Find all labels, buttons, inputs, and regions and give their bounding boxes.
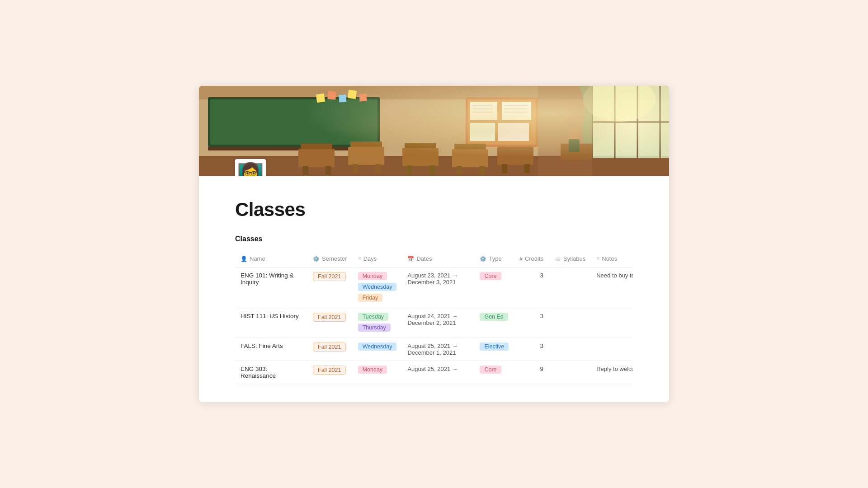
cell-syllabus <box>549 308 591 338</box>
svg-rect-51 <box>405 143 436 148</box>
svg-rect-36 <box>375 164 381 173</box>
svg-rect-46 <box>561 144 592 160</box>
cell-dates: August 25, 2021 → <box>402 361 474 384</box>
svg-rect-35 <box>353 164 358 173</box>
cell-notes: Need to buy textbook <box>591 267 633 308</box>
col-semester: ⚙️Semester <box>307 250 353 267</box>
svg-rect-14 <box>502 102 531 120</box>
svg-rect-0 <box>199 86 669 176</box>
cell-dates: August 23, 2021 →December 3, 2021 <box>402 267 474 308</box>
cell-type: Elective <box>474 338 514 361</box>
cell-syllabus <box>549 361 591 384</box>
cell-credits: 3 <box>514 338 549 361</box>
svg-rect-2 <box>199 156 669 176</box>
svg-rect-49 <box>301 144 332 149</box>
cell-credits: 3 <box>514 267 549 308</box>
svg-rect-38 <box>407 165 412 174</box>
section-title: Classes <box>235 235 633 243</box>
cell-dates: August 25, 2021 →December 1, 2021 <box>402 338 474 361</box>
cell-name: ENG 101: Writing & Inquiry <box>235 267 307 308</box>
cell-syllabus <box>549 267 591 308</box>
svg-rect-6 <box>316 94 325 103</box>
cell-notes <box>591 308 633 338</box>
svg-rect-8 <box>339 95 347 103</box>
svg-rect-15 <box>470 123 495 141</box>
cell-notes <box>591 338 633 361</box>
svg-rect-33 <box>326 166 331 175</box>
svg-rect-53 <box>538 86 592 176</box>
cover-image: 👩‍🏫 <box>199 86 669 176</box>
cell-name: HIST 111: US History <box>235 308 307 338</box>
svg-rect-43 <box>497 147 533 165</box>
svg-point-30 <box>583 86 656 122</box>
cell-days: Wednesday <box>353 338 402 361</box>
svg-rect-34 <box>348 147 384 165</box>
col-type: ⚙️Type <box>474 250 514 267</box>
svg-rect-16 <box>498 123 529 141</box>
col-notes: ≡Notes <box>591 250 633 267</box>
svg-rect-12 <box>468 99 536 145</box>
col-dates: 📅Dates <box>402 250 474 267</box>
cell-type: Gen Ed <box>474 308 514 338</box>
svg-rect-9 <box>348 90 357 99</box>
svg-rect-41 <box>457 166 462 175</box>
cell-type: Core <box>474 361 514 384</box>
svg-rect-24 <box>592 86 669 158</box>
col-syllabus: ☁️Syllabus <box>549 250 591 267</box>
svg-rect-31 <box>298 149 335 167</box>
svg-rect-11 <box>466 97 538 147</box>
cell-syllabus <box>549 338 591 361</box>
cell-semester: Fall 2021 <box>307 308 353 338</box>
page-emoji: 👩‍🏫 <box>235 159 266 176</box>
svg-rect-44 <box>502 164 507 173</box>
col-name: 👤Name <box>235 250 307 267</box>
cell-name: ENG 303: Renaissance <box>235 361 307 384</box>
svg-rect-40 <box>452 149 488 167</box>
svg-rect-1 <box>199 86 669 99</box>
cell-semester: Fall 2021 <box>307 361 353 384</box>
cell-semester: Fall 2021 <box>307 338 353 361</box>
table-wrapper: 👤Name ⚙️Semester ≡Days 📅Dates ⚙️Type #Cr… <box>235 250 633 384</box>
svg-rect-45 <box>524 164 530 173</box>
svg-rect-52 <box>454 144 486 149</box>
cell-notes: Reply to welcome email <box>591 361 633 384</box>
col-days: ≡Days <box>353 250 402 267</box>
svg-rect-4 <box>210 99 377 145</box>
svg-rect-7 <box>327 91 336 100</box>
table-header-row: 👤Name ⚙️Semester ≡Days 📅Dates ⚙️Type #Cr… <box>235 250 633 267</box>
svg-rect-37 <box>402 148 439 166</box>
page-container: 👩‍🏫 Classes Classes 👤Name ⚙️Semester ≡Da… <box>199 86 669 402</box>
svg-rect-13 <box>470 102 497 120</box>
cell-days: Monday <box>353 361 402 384</box>
cell-type: Core <box>474 267 514 308</box>
svg-rect-3 <box>208 97 380 147</box>
content-area: Classes Classes 👤Name ⚙️Semester ≡Days 📅… <box>199 199 669 402</box>
svg-rect-39 <box>429 165 435 174</box>
table-row[interactable]: ENG 101: Writing & InquiryFall 2021Monda… <box>235 267 633 308</box>
svg-rect-32 <box>303 166 308 175</box>
svg-rect-23 <box>592 86 669 158</box>
cell-days: TuesdayThursday <box>353 308 402 338</box>
cell-name: FALS: Fine Arts <box>235 338 307 361</box>
table-row[interactable]: ENG 303: RenaissanceFall 2021MondayAugus… <box>235 361 633 384</box>
cell-dates: August 24, 2021 →December 2, 2021 <box>402 308 474 338</box>
svg-rect-48 <box>569 139 580 152</box>
cell-days: MondayWednesdayFriday <box>353 267 402 308</box>
table-row[interactable]: FALS: Fine ArtsFall 2021WednesdayAugust … <box>235 338 633 361</box>
svg-rect-50 <box>350 141 382 147</box>
cell-semester: Fall 2021 <box>307 267 353 308</box>
svg-rect-5 <box>208 147 380 150</box>
cell-credits: 3 <box>514 308 549 338</box>
svg-rect-10 <box>359 94 367 101</box>
classes-table: 👤Name ⚙️Semester ≡Days 📅Dates ⚙️Type #Cr… <box>235 250 633 384</box>
cell-credits: 9 <box>514 361 549 384</box>
table-row[interactable]: HIST 111: US HistoryFall 2021TuesdayThur… <box>235 308 633 338</box>
page-title: Classes <box>235 199 633 221</box>
col-credits: #Credits <box>514 250 549 267</box>
svg-point-47 <box>568 127 580 140</box>
svg-rect-42 <box>479 166 485 175</box>
